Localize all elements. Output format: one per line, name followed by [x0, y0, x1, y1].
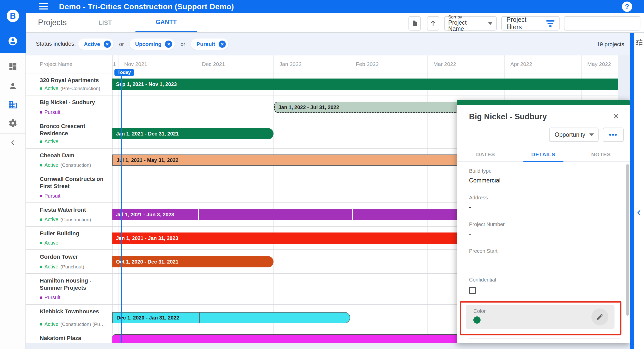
edit-color-button[interactable] — [591, 308, 608, 325]
color-swatch[interactable] — [473, 316, 481, 324]
project-name[interactable]: Klebbick Townhouses — [40, 308, 107, 315]
export-button[interactable] — [427, 16, 439, 31]
gantt-bar[interactable]: Sep 1, 2021 - Nov 1, 2023 — [112, 79, 618, 90]
settings-gear-icon — [8, 119, 17, 128]
detail-field: Project Number- — [469, 221, 613, 237]
panel-fields: Build typeCommercialAddress-Project Numb… — [469, 168, 613, 275]
gantt-row-timeline: Sep 1, 2021 - Nov 1, 2023 — [112, 73, 618, 95]
detail-field-value: - — [469, 257, 613, 264]
brand-logo[interactable]: B — [7, 10, 19, 22]
search-box[interactable] — [564, 16, 640, 31]
project-status: Active — [40, 139, 107, 146]
gantt-bar[interactable]: Oct 1, 2020 - Dec 31, 2021 — [112, 256, 274, 267]
remove-filter-icon[interactable]: ✕ — [104, 41, 111, 48]
project-name[interactable]: Nakatomi Plaza — [40, 335, 107, 342]
status-dot-icon — [40, 323, 42, 326]
remove-filter-icon[interactable]: ✕ — [165, 41, 172, 48]
status-dot-icon — [40, 218, 42, 221]
status-qualifier: (Construction) — [60, 162, 91, 168]
project-status-dropdown[interactable]: Opportunity — [549, 128, 599, 142]
gantt-month-label: Apr 2022 — [510, 61, 532, 67]
panel-divider — [469, 338, 620, 339]
panel-resize-strip[interactable] — [630, 33, 634, 349]
gantt-bar[interactable]: Dec 1, 2020 - Jan 31, 2022 — [112, 312, 350, 323]
project-name[interactable]: 320 Royal Apartments — [40, 77, 107, 84]
detail-field-label: Build type — [469, 168, 613, 174]
detail-field-label: Precon Start — [469, 248, 613, 254]
panel-actions: Opportunity ••• — [549, 128, 624, 142]
project-count: 19 projects — [597, 41, 624, 48]
project-name[interactable]: Hamilton Housing - Summer Projects — [40, 277, 107, 292]
logo-letter: B — [10, 11, 16, 21]
sidenav-divider — [0, 133, 25, 134]
collapse-sidenav-button[interactable] — [8, 138, 18, 148]
gantt-bar[interactable]: Jan 1, 2021 - Dec 31, 2021 — [112, 128, 274, 139]
more-options-button[interactable]: ••• — [603, 128, 624, 142]
pencil-icon — [596, 313, 604, 321]
filter-chip-upcoming[interactable]: Upcoming✕ — [130, 38, 175, 50]
confidential-checkbox[interactable] — [469, 287, 476, 294]
panel-scrollbar[interactable] — [626, 164, 629, 316]
panel-tab-details[interactable]: DETAILS — [514, 148, 572, 161]
project-name[interactable]: Fuller Building — [40, 230, 107, 237]
search-input[interactable] — [568, 20, 641, 27]
arrow-up-icon — [430, 20, 437, 27]
panel-tab-dates[interactable]: DATES — [457, 148, 514, 161]
filter-chip-active[interactable]: Active✕ — [78, 38, 113, 50]
sidebar-item-people[interactable] — [8, 81, 18, 91]
project-filters-button[interactable]: Project filters — [501, 16, 560, 31]
hamburger-menu-icon[interactable] — [39, 3, 48, 10]
sidebar-item-projects[interactable] — [8, 100, 18, 110]
rail-divider — [634, 52, 644, 52]
remove-filter-icon[interactable]: ✕ — [219, 41, 226, 48]
detail-field-label: Address — [469, 195, 613, 201]
status-dot-icon — [40, 266, 42, 268]
project-color-strip — [457, 100, 630, 105]
gantt-row: 320 Royal ApartmentsActive(Pre-Construct… — [26, 73, 618, 95]
tune-icon — [635, 38, 643, 47]
project-name[interactable]: Cheoah Dam — [40, 152, 107, 159]
tab-list[interactable]: LIST — [90, 13, 121, 32]
collapse-chevron-icon — [9, 139, 17, 147]
chevron-left-icon — [635, 209, 643, 217]
gantt-settings-button[interactable] — [635, 38, 643, 47]
project-status-value: Opportunity — [555, 131, 585, 138]
document-button[interactable] — [408, 16, 421, 31]
right-rail — [634, 33, 644, 349]
tab-gantt[interactable]: GANTT — [135, 13, 197, 32]
sort-by-dropdown[interactable]: Sort by Project Name — [444, 16, 497, 31]
status-text: Pursuit — [44, 295, 60, 300]
project-name[interactable]: Fiesta Waterfront — [40, 206, 107, 214]
project-name[interactable]: Bronco Crescent Residence — [40, 123, 107, 137]
status-text: Pursuit — [44, 109, 60, 115]
status-qualifier: (Punchout) — [60, 264, 84, 270]
status-dot-icon — [40, 111, 42, 114]
panel-tab-notes[interactable]: NOTES — [572, 148, 630, 161]
sort-by-caption: Sort by — [448, 15, 484, 20]
document-icon — [411, 20, 418, 27]
sidebar-item-account[interactable] — [8, 36, 18, 46]
gantt-bar-label: Jan 1, 2022 - Jul 31, 2022 — [278, 104, 339, 110]
sidebar-item-dashboard[interactable] — [8, 62, 18, 72]
person-icon — [8, 82, 17, 91]
detail-field: Build typeCommercial — [469, 168, 613, 184]
confidential-label: Confidential — [469, 277, 613, 283]
expand-panel-button[interactable] — [635, 209, 643, 217]
gantt-bar-phase-divider — [199, 313, 200, 323]
status-dot-icon — [40, 164, 42, 167]
help-button[interactable]: ? — [622, 2, 632, 12]
project-name[interactable]: Gordon Tower — [40, 253, 107, 260]
status-text: Active — [44, 321, 58, 327]
close-panel-button[interactable] — [611, 111, 621, 121]
filter-chip-pursuit[interactable]: Pursuit✕ — [191, 38, 228, 50]
sidebar-item-settings[interactable] — [8, 118, 18, 128]
close-icon — [612, 112, 620, 120]
project-name[interactable]: Big Nickel - Sudbury — [40, 99, 107, 106]
status-includes-label: Status includes: — [36, 41, 76, 47]
project-name[interactable]: Cornwall Constructs on First Street — [40, 176, 107, 190]
project-status: Active(Construction) — [40, 162, 107, 169]
status-text: Active — [44, 85, 58, 91]
status-dot-icon — [40, 195, 42, 197]
status-filter-bar: Status includes: Active✕orUpcoming✕orPur… — [26, 33, 630, 55]
detail-field: Precon Start- — [469, 248, 613, 264]
